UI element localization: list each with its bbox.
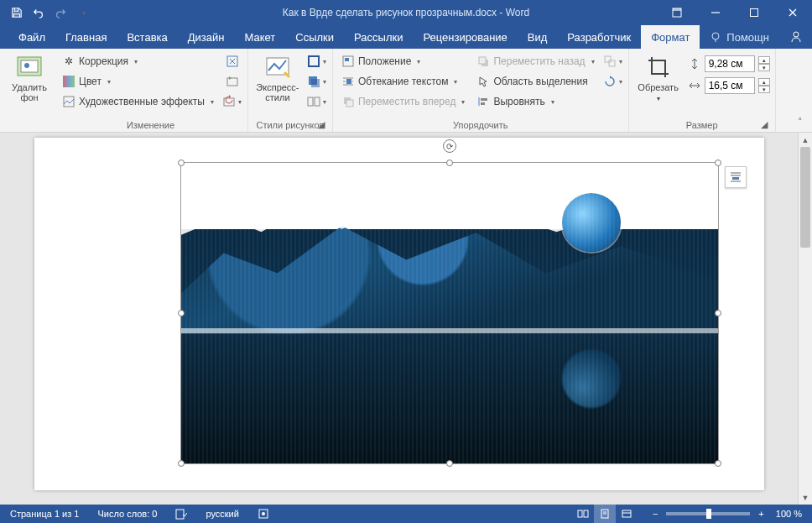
position-button[interactable]: Положение [338,52,468,71]
svg-point-6 [794,32,799,37]
position-icon [341,55,355,68]
width-down[interactable]: ▾ [758,86,770,93]
size-launcher[interactable]: ◢ [758,118,770,130]
styles-launcher[interactable]: ◢ [315,118,327,130]
resize-handle-br[interactable] [715,460,721,467]
selected-picture[interactable]: ⟳ [181,163,718,463]
quick-access-toolbar [0,3,92,23]
tab-home[interactable]: Главная [55,25,117,49]
zoom-out[interactable]: − [649,509,661,519]
zoom-in[interactable]: + [755,509,767,519]
tab-layout[interactable]: Макет [234,25,285,49]
rotate-button[interactable] [603,72,623,91]
reset-picture-button[interactable] [222,92,242,111]
picture-border-button[interactable] [307,52,327,71]
language-button[interactable]: русский [202,505,242,523]
svg-rect-21 [315,97,320,106]
compress-pictures-button[interactable] [222,52,242,71]
corrections-button[interactable]: ✲Коррекция [59,52,217,71]
height-field[interactable]: ▴▾ [688,55,770,72]
resize-handle-t[interactable] [446,160,453,166]
align-icon [476,95,490,108]
resize-handle-tl[interactable] [178,160,185,166]
tell-me[interactable]: Помощн [700,25,779,49]
resize-handle-tr[interactable] [715,160,721,166]
view-read[interactable] [572,505,594,523]
rotation-handle[interactable]: ⟳ [443,139,456,153]
svg-rect-1 [673,8,681,11]
picture-effects-button[interactable] [307,72,327,91]
share-button[interactable] [779,30,812,44]
document-area: ⟳ [0,133,812,505]
macro-record-button[interactable] [254,505,273,523]
wrap-text-button[interactable]: Обтекание текстом [338,72,468,91]
zoom-thumb[interactable] [706,509,711,519]
height-up[interactable]: ▴ [758,56,770,64]
tab-insert[interactable]: Вставка [117,25,177,49]
piclayout-icon [307,95,320,108]
selection-pane-button[interactable]: Область выделения [473,72,597,91]
view-web[interactable] [616,505,638,523]
page-indicator[interactable]: Страница 1 из 1 [7,505,82,523]
qat-customize-button[interactable] [72,3,92,23]
svg-rect-30 [346,100,353,107]
scroll-down[interactable]: ▼ [799,490,812,505]
change-picture-button[interactable] [222,72,242,91]
collapse-ribbon-button[interactable]: ˄ [794,115,807,128]
crop-button[interactable]: Обрезать▾ [634,52,683,105]
artistic-effects-button[interactable]: Художественные эффекты [59,92,217,111]
align-button[interactable]: Выровнять [473,92,597,111]
tab-developer[interactable]: Разработчик [557,25,641,49]
svg-point-10 [24,63,29,68]
height-down[interactable]: ▾ [758,64,770,71]
resize-handle-b[interactable] [446,460,453,467]
scroll-thumb[interactable] [800,147,810,248]
width-input[interactable] [705,77,755,94]
maximize-button[interactable] [735,0,773,25]
tab-review[interactable]: Рецензирование [413,25,517,49]
spellcheck-button[interactable] [172,505,190,523]
view-print[interactable] [594,505,616,523]
group-arrange-label: Упорядочить [453,120,508,130]
zoom-slider[interactable] [666,512,750,515]
resize-handle-l[interactable] [178,310,185,316]
layout-options-icon [729,170,742,184]
page[interactable]: ⟳ [34,138,764,490]
tab-file[interactable]: Файл [8,25,55,49]
vertical-scrollbar[interactable]: ▲ ▼ [798,133,812,505]
undo-button[interactable] [29,3,49,23]
zoom-level[interactable]: 100 % [773,509,805,519]
close-button[interactable] [773,0,812,25]
color-button[interactable]: Цвет [59,72,217,91]
height-input[interactable] [705,55,755,72]
color-icon [62,75,75,88]
group-adjust-label: Изменение [127,120,174,130]
tab-design[interactable]: Дизайн [178,25,235,49]
tab-format[interactable]: Формат [641,25,700,49]
tab-view[interactable]: Вид [518,25,558,49]
picture-layout-button[interactable] [307,92,327,111]
tab-references[interactable]: Ссылки [285,25,344,49]
svg-rect-14 [227,78,237,86]
resize-handle-r[interactable] [715,310,721,316]
tab-mailings[interactable]: Рассылки [344,25,413,49]
scroll-up[interactable]: ▲ [799,133,812,147]
ribbon-options-button[interactable] [658,0,696,25]
remove-background-button[interactable]: Удалить фон [5,52,54,104]
width-field[interactable]: ▴▾ [688,77,770,94]
word-count[interactable]: Число слов: 0 [94,505,160,523]
effects-icon [307,75,320,88]
compress-icon [226,55,239,68]
quick-styles-button[interactable]: Экспресс-стили [253,52,302,104]
width-up[interactable]: ▴ [758,78,770,86]
backward-icon [476,55,490,68]
remove-bg-icon [16,54,43,81]
minimize-button[interactable] [696,0,735,25]
redo-button[interactable] [50,3,70,23]
save-button[interactable] [7,3,27,23]
resize-handle-bl[interactable] [178,460,185,467]
selection-icon [476,75,490,88]
svg-rect-23 [345,58,349,61]
view-buttons [572,505,638,523]
layout-options-button[interactable] [725,166,747,188]
